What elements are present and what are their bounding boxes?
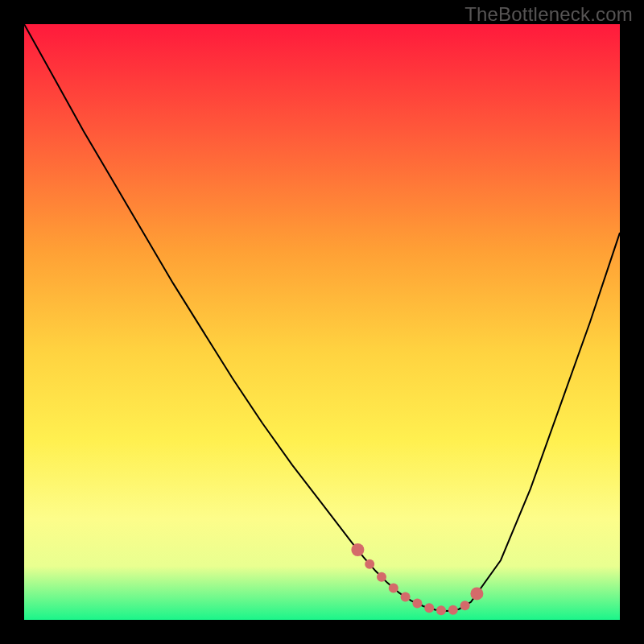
chart-frame: TheBottleneck.com (0, 0, 644, 644)
flat-dot (351, 543, 364, 556)
chart-svg (24, 24, 620, 620)
gradient-background (24, 24, 620, 620)
plot-area (24, 24, 620, 620)
flat-dot (389, 583, 398, 592)
flat-dot (448, 605, 458, 615)
flat-dot (401, 592, 411, 602)
watermark-text: TheBottleneck.com (464, 3, 633, 26)
flat-dot (436, 605, 446, 615)
flat-dot (424, 603, 434, 613)
flat-dot (470, 587, 483, 600)
flat-dot (365, 559, 374, 569)
flat-dot (412, 599, 422, 609)
flat-dot (460, 601, 470, 610)
flat-dot (377, 572, 386, 582)
